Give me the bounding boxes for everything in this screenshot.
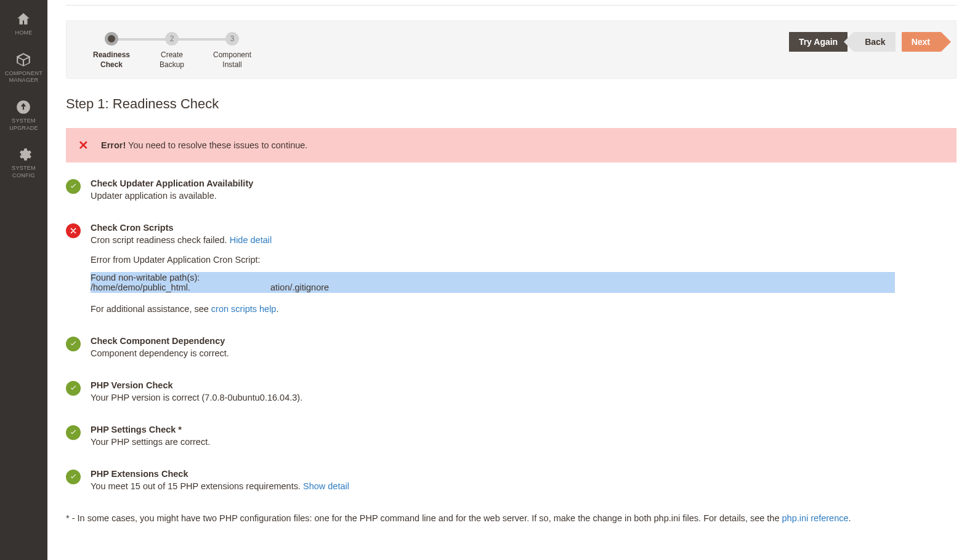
wizard-actions: Try Again Back Next bbox=[789, 32, 941, 52]
php-ini-reference-link[interactable]: php.ini reference bbox=[782, 513, 849, 523]
check-desc: Your PHP settings are correct. bbox=[91, 437, 957, 447]
check-row-php-settings: PHP Settings Check * Your PHP settings a… bbox=[66, 425, 957, 447]
sidebar-item-label: HOME bbox=[15, 30, 32, 37]
check-title: Check Component Dependency bbox=[91, 336, 957, 346]
step-label: CreateBackup bbox=[160, 50, 184, 70]
box-icon bbox=[15, 52, 31, 68]
step-label: ReadinessCheck bbox=[93, 50, 130, 70]
gear-icon bbox=[16, 146, 32, 162]
check-title: Check Updater Application Availability bbox=[91, 178, 957, 188]
upload-icon bbox=[15, 99, 31, 115]
check-row-dependency: Check Component Dependency Component dep… bbox=[66, 336, 957, 358]
divider bbox=[66, 5, 957, 6]
cron-scripts-help-link[interactable]: cron scripts help bbox=[211, 304, 277, 314]
home-icon bbox=[15, 11, 31, 27]
next-button[interactable]: Next bbox=[902, 32, 941, 52]
hide-detail-link[interactable]: Hide detail bbox=[230, 235, 272, 245]
wizard-step-3: 3 ComponentInstall bbox=[202, 32, 262, 70]
check-desc: Cron script readiness check failed. Hide… bbox=[91, 235, 957, 245]
sidebar-item-label: SYSTEMCONFIG bbox=[12, 165, 36, 179]
wizard-step-1: 1 ReadinessCheck bbox=[81, 32, 142, 70]
close-icon: ✕ bbox=[78, 138, 89, 153]
check-row-php-version: PHP Version Check Your PHP version is co… bbox=[66, 380, 957, 402]
check-row-cron: Check Cron Scripts Cron script readiness… bbox=[66, 223, 957, 314]
step-label: ComponentInstall bbox=[213, 50, 251, 70]
step-dot-icon: 1 bbox=[105, 32, 118, 46]
selected-text: Found non-writable path(s): /home/demo/p… bbox=[91, 272, 895, 293]
sidebar-item-system-upgrade[interactable]: SYSTEMUPGRADE bbox=[9, 99, 38, 132]
check-row-updater: Check Updater Application Availability U… bbox=[66, 178, 957, 201]
check-ok-icon bbox=[66, 381, 81, 396]
wizard-step-2: 2 CreateBackup bbox=[142, 32, 202, 70]
show-detail-link[interactable]: Show detail bbox=[303, 481, 349, 491]
page-title: Step 1: Readiness Check bbox=[66, 96, 957, 112]
check-title: PHP Version Check bbox=[91, 380, 957, 390]
error-alert: ✕ Error! You need to resolve these issue… bbox=[66, 128, 957, 162]
sidebar-item-component-manager[interactable]: COMPONENTMANAGER bbox=[5, 52, 42, 84]
check-title: Check Cron Scripts bbox=[91, 223, 957, 233]
sidebar-item-home[interactable]: HOME bbox=[15, 11, 32, 37]
sidebar-item-system-config[interactable]: SYSTEMCONFIG bbox=[12, 146, 36, 179]
check-desc: Your PHP version is correct (7.0.8-0ubun… bbox=[91, 393, 957, 402]
check-ok-icon bbox=[66, 425, 81, 440]
check-ok-icon bbox=[66, 179, 81, 194]
try-again-button[interactable]: Try Again bbox=[789, 32, 848, 52]
step-dot-icon: 2 bbox=[165, 32, 179, 46]
check-ok-icon bbox=[66, 470, 81, 484]
assist-text: For additional assistance, see cron scri… bbox=[91, 304, 957, 314]
check-title: PHP Extensions Check bbox=[91, 469, 957, 479]
check-error-icon bbox=[66, 223, 81, 238]
main-content: 1 ReadinessCheck 2 CreateBackup 3 Compon… bbox=[47, 0, 975, 560]
wizard-bar: 1 ReadinessCheck 2 CreateBackup 3 Compon… bbox=[66, 20, 957, 79]
check-desc: Component dependency is correct. bbox=[91, 348, 957, 358]
wizard-steps: 1 ReadinessCheck 2 CreateBackup 3 Compon… bbox=[81, 32, 262, 70]
check-desc: Updater application is available. bbox=[91, 191, 957, 201]
back-button[interactable]: Back bbox=[854, 32, 895, 52]
check-detail: Error from Updater Application Cron Scri… bbox=[91, 255, 957, 314]
checks-list: Check Updater Application Availability U… bbox=[66, 178, 957, 491]
footnote: * - In some cases, you might have two PH… bbox=[66, 513, 957, 523]
alert-text: Error! You need to resolve these issues … bbox=[101, 140, 307, 150]
cron-error-heading: Error from Updater Application Cron Scri… bbox=[91, 255, 957, 265]
check-title: PHP Settings Check * bbox=[91, 425, 957, 434]
sidebar-item-label: SYSTEMUPGRADE bbox=[9, 118, 38, 132]
check-ok-icon bbox=[66, 337, 81, 351]
check-row-php-extensions: PHP Extensions Check You meet 15 out of … bbox=[66, 469, 957, 491]
step-dot-icon: 3 bbox=[225, 32, 239, 46]
check-desc: You meet 15 out of 15 PHP extensions req… bbox=[91, 481, 957, 491]
sidebar: HOME COMPONENTMANAGER SYSTEMUPGRADE SYST… bbox=[0, 0, 47, 560]
sidebar-item-label: COMPONENTMANAGER bbox=[5, 70, 42, 84]
